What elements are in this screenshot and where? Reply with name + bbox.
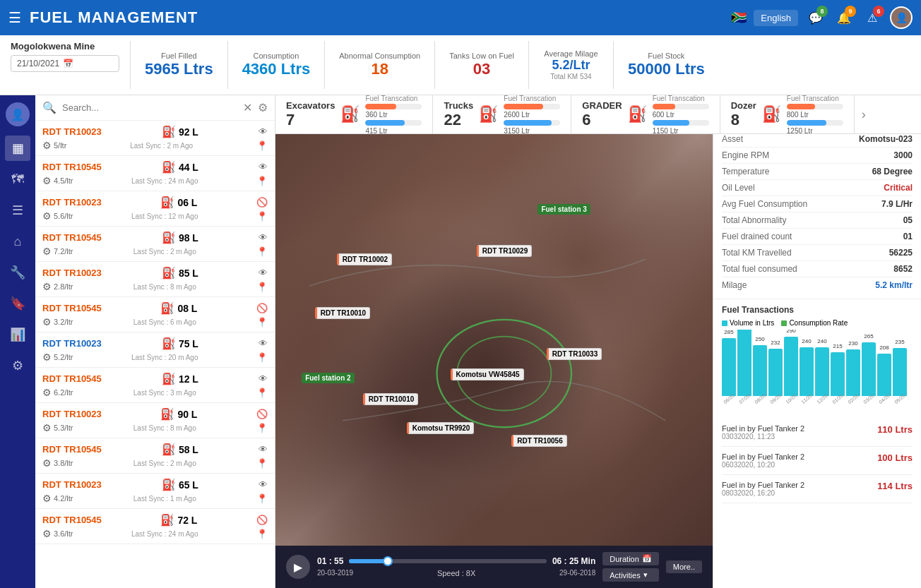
eq-bar-item-excavators[interactable]: Excavators 7 ⛽ Fuel Transcation 360 Ltr … [275,95,433,133]
location-icon[interactable]: 📍 [256,529,268,539]
menu-icon[interactable]: ☰ [8,9,21,26]
vehicle-name[interactable]: RDT TR10023 [42,126,102,137]
location-icon[interactable]: 📍 [256,423,268,433]
duration-button[interactable]: Duration 📅 [602,552,659,565]
rdt-tr10010-marker1[interactable]: RDT TR10010 [315,307,370,319]
date-input[interactable]: 21/10/2021 📅 [11,55,119,72]
eye-icon[interactable]: 👁 [259,444,268,455]
eq-bar-item-grader[interactable]: GRADER 6 ⛽ Fuel Transcation 600 Ltr 1150… [571,95,720,133]
chat-notification[interactable]: 💬 8 [805,7,826,28]
location-icon[interactable]: 📍 [256,246,268,257]
fuel-station-2-marker[interactable]: Fuel station 2 [302,373,354,383]
vehicle-item[interactable]: RDT TR10023 ⛽ 92 L 👁 ⚙ 5/ltr Last Sync :… [35,121,275,156]
eye-icon[interactable]: 👁 [259,126,268,137]
location-icon[interactable]: 📍 [256,211,268,222]
timeline-progress-bar[interactable] [349,559,547,563]
eye-icon[interactable]: 👁 [259,268,268,278]
chart-bar: 34007/20 [737,330,751,396]
location-icon[interactable]: 📍 [256,282,268,292]
eq-bar-more-button[interactable]: › [855,95,873,133]
rdt-tr10033-marker[interactable]: RDT TR10033 [547,348,602,360]
location-icon[interactable]: 📍 [256,388,268,398]
location-icon[interactable]: 📍 [256,493,268,504]
eq-bar-item-dozer[interactable]: Dozer 8 ⛽ Fuel Transcation 800 Ltr 1250 … [720,95,855,133]
nav-wrench[interactable]: 🔧 [5,260,30,285]
vehicle-name[interactable]: RDT TR10023 [42,197,102,208]
search-input[interactable] [62,102,237,113]
rdt-tr10029-marker[interactable]: RDT TR10029 [477,245,532,257]
vehicle-item[interactable]: RDT TR10545 ⛽ 44 L 👁 ⚙ 4.5/ltr Last Sync… [35,156,275,191]
eye-icon[interactable]: 👁 [259,162,268,172]
fuel-label: Fuel Transcation [504,95,560,102]
fuel-pump-icon: ⛽ [340,105,360,124]
rdt-tr10002-marker[interactable]: RDT TR10002 [337,253,392,265]
calendar-icon[interactable]: 📅 [63,59,73,68]
vehicle-item[interactable]: RDT TR10023 ⛽ 75 L 👁 ⚙ 5.2/ltr Last Sync… [35,332,275,368]
eye-icon[interactable]: 👁 [259,479,268,490]
komotsu-marker[interactable]: Komotsu VW45845 [451,368,524,380]
vehicle-name[interactable]: RDT TR10545 [42,515,102,525]
rdt-tr10010-marker2[interactable]: RDT TR10010 [363,393,418,405]
vehicle-name[interactable]: RDT TR10023 [42,268,102,278]
no-signal-icon[interactable]: 🚫 [256,515,268,525]
vehicle-name[interactable]: RDT TR10023 [42,409,102,419]
search-icon[interactable]: 🔍 [42,101,57,114]
consumption-rate: ⚙ 4.5/ltr [42,175,73,186]
eye-icon[interactable]: 👁 [259,232,268,243]
vehicle-item[interactable]: RDT TR10023 ⛽ 06 L 🚫 ⚙ 5.6/ltr Last Sync… [35,191,275,227]
row2-icons: 📍 [256,211,268,222]
rdt-tr10056-marker[interactable]: RDT TR10056 [511,435,566,447]
nav-bookmark[interactable]: 🔖 [5,291,30,316]
no-signal-icon[interactable]: 🚫 [256,197,268,208]
vehicle-item[interactable]: RDT TR10023 ⛽ 85 L 👁 ⚙ 2.8/ltr Last Sync… [35,262,275,297]
last-sync: Last Sync : 24 m Ago [131,177,198,185]
no-signal-icon[interactable]: 🚫 [256,303,268,313]
milage-value: 5.2/Ltr [552,58,590,73]
vehicle-name[interactable]: RDT TR10545 [42,444,102,455]
vehicle-item[interactable]: RDT TR10023 ⛽ 65 L 👁 ⚙ 4.2/ltr Last Sync… [35,474,275,509]
nav-map[interactable]: 🗺 [5,167,30,192]
activities-button[interactable]: Activities ▾ [602,568,659,582]
location-icon[interactable]: 📍 [256,317,268,328]
nav-dashboard[interactable]: ▦ [5,136,30,161]
location-icon[interactable]: 📍 [256,352,268,363]
no-signal-icon[interactable]: 🚫 [256,409,268,419]
filter-icon[interactable]: ⚙ [258,101,268,114]
user-avatar[interactable]: 👤 [890,6,913,29]
komotsu-tr9920-marker[interactable]: Komotsu TR9920 [407,422,475,434]
fuel-station-3-marker[interactable]: Fuel station 3 [537,204,590,215]
eq-count: 8 [731,111,756,129]
consumption-rate: ⚙ 4.2/ltr [42,493,73,504]
play-button[interactable]: ▶ [286,555,310,579]
vehicle-item[interactable]: RDT TR10023 ⛽ 90 L 🚫 ⚙ 5.3/ltr Last Sync… [35,403,275,438]
nav-settings[interactable]: ⚙ [5,353,30,378]
eq-bar-item-trucks[interactable]: Trucks 22 ⛽ Fuel Transcation 2600 Ltr 31… [433,95,571,133]
vehicle-name[interactable]: RDT TR10545 [42,303,102,313]
vehicle-name[interactable]: RDT TR10023 [42,338,102,349]
map-area: Excavators 7 ⛽ Fuel Transcation 360 Ltr … [275,95,921,588]
row2-icons: 📍 [256,140,268,151]
vehicle-item[interactable]: RDT TR10545 ⛽ 98 L 👁 ⚙ 7.2/ltr Last Sync… [35,227,275,262]
vehicle-name[interactable]: RDT TR10545 [42,373,102,384]
vehicle-name[interactable]: RDT TR10545 [42,232,102,243]
vehicle-name[interactable]: RDT TR10545 [42,162,102,172]
vehicle-item[interactable]: RDT TR10545 ⛽ 08 L 🚫 ⚙ 3.2/ltr Last Sync… [35,297,275,332]
more-button[interactable]: More.. [666,560,702,573]
nav-home[interactable]: ⌂ [5,229,30,254]
nav-chart[interactable]: 📊 [5,322,30,347]
vehicle-item[interactable]: RDT TR10545 ⛽ 72 L 🚫 ⚙ 3.6/ltr Last Sync… [35,509,275,544]
eye-icon[interactable]: 👁 [259,338,268,349]
vehicle-item[interactable]: RDT TR10545 ⛽ 12 L 👁 ⚙ 6.2/ltr Last Sync… [35,368,275,403]
bell-notification[interactable]: 🔔 9 [833,7,855,28]
clear-search-icon[interactable]: ✕ [243,101,252,114]
eye-icon[interactable]: 👁 [259,373,268,384]
location-icon[interactable]: 📍 [256,140,268,151]
location-icon[interactable]: 📍 [256,458,268,469]
map-container[interactable]: Fuel station 3 Fuel station 2 RDT TR1000… [275,134,713,546]
language-button[interactable]: English [754,10,798,26]
nav-list[interactable]: ☰ [5,198,30,223]
alert-notification[interactable]: ⚠ 6 [862,7,883,28]
vehicle-item[interactable]: RDT TR10545 ⛽ 58 L 👁 ⚙ 3.8/ltr Last Sync… [35,438,275,474]
location-icon[interactable]: 📍 [256,176,268,186]
vehicle-name[interactable]: RDT TR10023 [42,479,102,490]
